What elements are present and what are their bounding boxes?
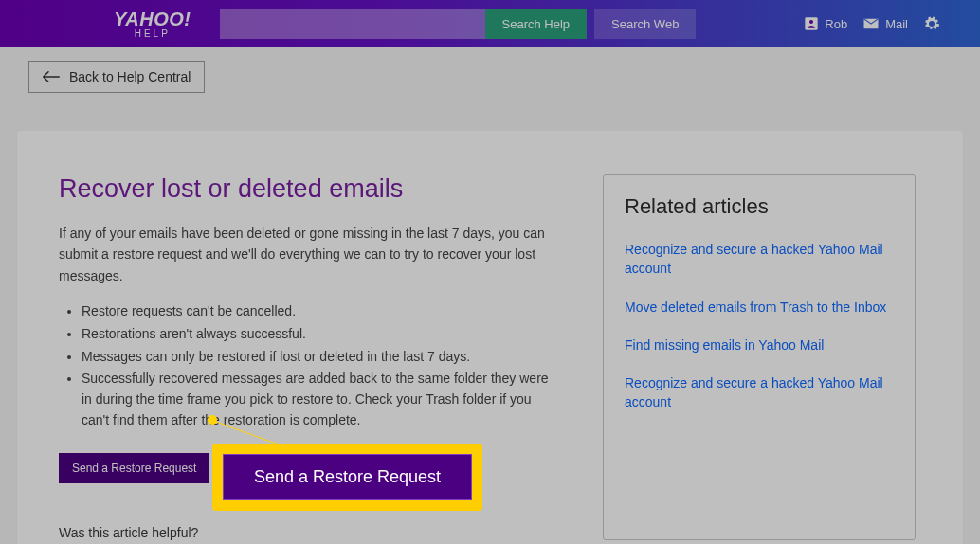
back-bar: Back to Help Central (0, 47, 980, 93)
mail-link[interactable]: Mail (862, 15, 908, 32)
related-link[interactable]: Move deleted emails from Trash to the In… (625, 298, 894, 317)
user-name: Rob (825, 17, 847, 31)
main-card: Recover lost or deleted emails If any of… (17, 131, 963, 544)
back-to-help-central-link[interactable]: Back to Help Central (28, 61, 205, 93)
article-bullets: Restore requests can't be cancelled. Res… (59, 301, 561, 430)
search-web-button[interactable]: Search Web (594, 9, 696, 39)
callout-anchor-dot (208, 415, 217, 425)
list-item: Restore requests can't be cancelled. (82, 301, 561, 322)
send-restore-request-button[interactable]: Send a Restore Request (59, 453, 209, 483)
user-block[interactable]: Rob (804, 16, 847, 31)
search-input[interactable] (220, 9, 485, 39)
related-link[interactable]: Find missing emails in Yahoo Mail (625, 335, 894, 354)
arrow-left-icon (43, 71, 60, 82)
search-help-button[interactable]: Search Help (485, 9, 588, 39)
related-heading: Related articles (625, 194, 894, 219)
header-right: Rob Mail (804, 15, 940, 32)
callout-button-magnified: Send a Restore Request (223, 454, 472, 500)
logo-main: YAHOO! (114, 9, 191, 30)
logo-sub: HELP (135, 28, 171, 39)
gear-icon[interactable] (923, 15, 940, 32)
article-intro: If any of your emails have been deleted … (59, 223, 561, 286)
related-articles-panel: Related articles Recognize and secure a … (603, 174, 916, 540)
svg-point-1 (809, 20, 813, 24)
yahoo-help-logo: YAHOO! HELP (114, 9, 191, 39)
article-title: Recover lost or deleted emails (59, 174, 561, 204)
back-link-label: Back to Help Central (69, 69, 191, 84)
callout-highlight: Send a Restore Request (212, 444, 482, 511)
mail-label: Mail (885, 17, 908, 31)
list-item: Restorations aren't always successful. (82, 324, 561, 345)
related-link[interactable]: Recognize and secure a hacked Yahoo Mail… (625, 240, 894, 279)
list-item: Messages can only be restored if lost or… (82, 347, 561, 368)
list-item: Successfully recovered messages are adde… (82, 369, 561, 430)
search-bar: Search Help Search Web (220, 9, 697, 39)
mail-icon (862, 15, 880, 32)
helpful-question: Was this article helpful? (59, 525, 561, 540)
header: YAHOO! HELP Search Help Search Web Rob M… (0, 0, 980, 47)
avatar-icon (804, 16, 819, 31)
related-link[interactable]: Recognize and secure a hacked Yahoo Mail… (625, 373, 894, 412)
